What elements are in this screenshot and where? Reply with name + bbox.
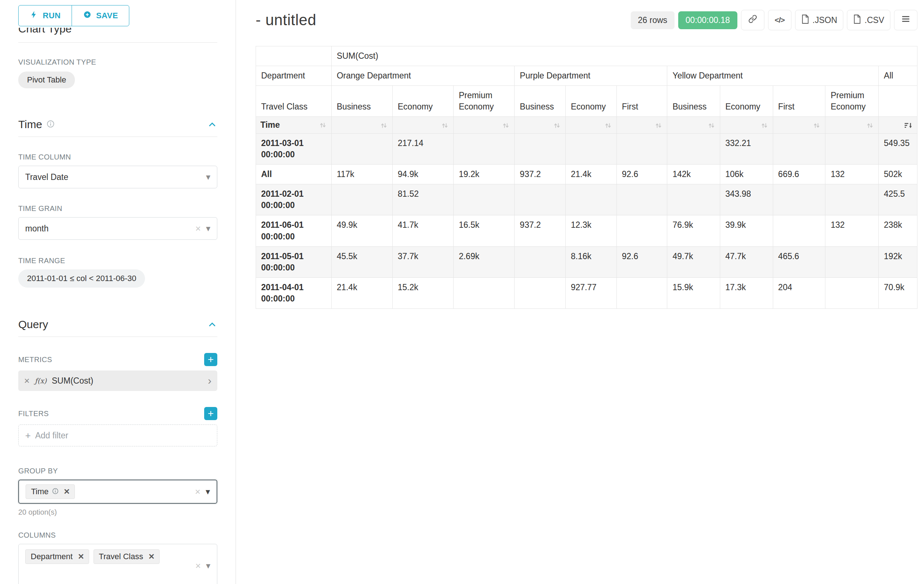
pivot-value-cell: 425.5 [879, 184, 917, 216]
sort-arrows-icon[interactable] [708, 122, 716, 130]
group-by-pill-label: Time [31, 487, 49, 497]
pivot-value-cell: 15.2k [393, 277, 454, 308]
group-by-pill: Time ✕ [26, 484, 75, 499]
time-section-header[interactable]: Time [18, 118, 217, 137]
remove-pill-icon[interactable]: ✕ [76, 552, 86, 561]
sort-arrows-icon[interactable] [813, 122, 821, 130]
pivot-value-cell: 465.6 [773, 247, 825, 277]
run-save-button-group: RUN SAVE [18, 5, 217, 26]
pivot-value-cell [454, 184, 515, 216]
share-link-button[interactable] [741, 10, 764, 30]
run-button-label: RUN [43, 11, 61, 20]
plus-icon: + [25, 430, 31, 441]
chevron-up-icon[interactable] [207, 119, 217, 130]
code-icon: </> [775, 16, 784, 25]
pivot-corner-cell [256, 46, 332, 66]
sort-arrows-icon[interactable] [866, 122, 874, 130]
pivot-row-label: All [256, 165, 332, 184]
export-json-button[interactable]: .JSON [795, 10, 844, 30]
filters-header-row: FILTERS + [18, 407, 217, 420]
chart-menu-button[interactable] [894, 10, 917, 30]
pivot-row-label: 2011-03-01 00:00:00 [256, 133, 332, 165]
query-section-header[interactable]: Query [18, 318, 217, 337]
remove-metric-icon[interactable]: × [24, 375, 30, 387]
chevron-up-icon[interactable] [207, 319, 217, 330]
clear-icon[interactable]: × [195, 561, 201, 571]
pivot-time-row-header[interactable]: Time [256, 117, 332, 133]
pivot-data-row: All117k94.9k19.2k937.221.4k92.6142k106k6… [256, 165, 917, 184]
remove-pill-icon[interactable]: ✕ [147, 552, 156, 561]
add-filter-button[interactable]: + Add filter [18, 424, 217, 446]
pivot-value-cell: 37.7k [393, 247, 454, 277]
remove-pill-icon[interactable]: ✕ [62, 487, 72, 496]
pivot-value-cell: 937.2 [515, 165, 566, 184]
pivot-value-cell [515, 277, 566, 308]
pivot-value-cell: 81.52 [393, 184, 454, 216]
sort-arrows-icon[interactable] [502, 122, 510, 130]
chart-type-heading: Chart Type [18, 28, 217, 35]
pivot-value-cell: 192k [879, 247, 917, 277]
pivot-value-cell: 238k [879, 216, 917, 247]
column-sort-toggle[interactable] [393, 117, 454, 133]
pivot-value-cell: 117k [331, 165, 392, 184]
column-sort-toggle[interactable] [667, 117, 720, 133]
save-button[interactable]: SAVE [72, 5, 129, 26]
clear-icon[interactable]: × [195, 487, 201, 497]
function-icon: ƒ(x) [35, 377, 47, 385]
sort-descending-icon[interactable] [904, 121, 912, 130]
column-sort-toggle[interactable] [617, 117, 667, 133]
group-by-select[interactable]: Time ✕ × ▾ [18, 480, 217, 504]
pivot-value-cell [454, 277, 515, 308]
link-icon [748, 14, 757, 26]
column-sort-toggle[interactable] [331, 117, 392, 133]
sort-arrows-icon[interactable] [761, 122, 769, 130]
pivot-department-group-header: Purple Department [515, 66, 667, 86]
sort-arrows-icon[interactable] [380, 122, 388, 130]
add-filter-plus-button[interactable]: + [204, 407, 217, 420]
pivot-department-group-header: Orange Department [331, 66, 514, 86]
pivot-value-cell: 549.35 [879, 133, 917, 165]
time-range-pill[interactable]: 2011-01-01 ≤ col < 2011-06-30 [18, 269, 145, 288]
pivot-row-label: 2011-06-01 00:00:00 [256, 216, 332, 247]
sort-arrows-icon[interactable] [553, 122, 561, 130]
sort-arrows-icon[interactable] [655, 122, 663, 130]
time-grain-select[interactable]: month × ▾ [18, 217, 217, 240]
pivot-value-cell: 132 [825, 165, 879, 184]
time-column-select[interactable]: Travel Date ▾ [18, 166, 217, 188]
sort-arrows-icon[interactable] [319, 121, 327, 129]
pivot-value-cell: 15.9k [667, 277, 720, 308]
run-button[interactable]: RUN [18, 5, 72, 26]
plus-circle-icon [83, 10, 92, 21]
add-metric-button[interactable]: + [204, 353, 217, 366]
column-sort-toggle[interactable] [825, 117, 879, 133]
column-sort-toggle-active[interactable] [879, 117, 917, 133]
pivot-value-cell: 937.2 [515, 216, 566, 247]
column-sort-toggle[interactable] [566, 117, 617, 133]
pivot-class-header: Premium Economy [825, 86, 879, 117]
sort-arrows-icon[interactable] [441, 122, 449, 130]
chevron-right-icon[interactable]: › [208, 375, 211, 386]
hamburger-icon [901, 14, 911, 26]
column-sort-toggle[interactable] [515, 117, 566, 133]
file-icon [801, 15, 809, 26]
pivot-value-cell: 94.9k [393, 165, 454, 184]
columns-label: COLUMNS [18, 531, 217, 540]
pivot-value-cell [515, 184, 566, 216]
column-sort-toggle[interactable] [720, 117, 773, 133]
embed-code-button[interactable]: </> [768, 10, 792, 30]
pivot-value-cell [617, 277, 667, 308]
time-row-label: Time [261, 119, 280, 131]
sort-arrows-icon[interactable] [604, 122, 612, 130]
pivot-value-cell: 45.5k [331, 247, 392, 277]
column-sort-toggle[interactable] [773, 117, 825, 133]
viz-type-pill[interactable]: Pivot Table [18, 72, 75, 88]
pivot-value-cell: 343.98 [720, 184, 773, 216]
clear-icon[interactable]: × [195, 224, 201, 233]
metric-item[interactable]: × ƒ(x) SUM(Cost) › [18, 370, 217, 391]
lightning-bolt-icon [30, 10, 38, 21]
column-sort-toggle[interactable] [454, 117, 515, 133]
export-csv-button[interactable]: .CSV [847, 10, 890, 30]
columns-select[interactable]: Department ✕ Travel Class ✕ × ▾ [18, 544, 217, 584]
pivot-value-cell: 106k [720, 165, 773, 184]
pivot-department-group-header: Yellow Department [667, 66, 879, 86]
